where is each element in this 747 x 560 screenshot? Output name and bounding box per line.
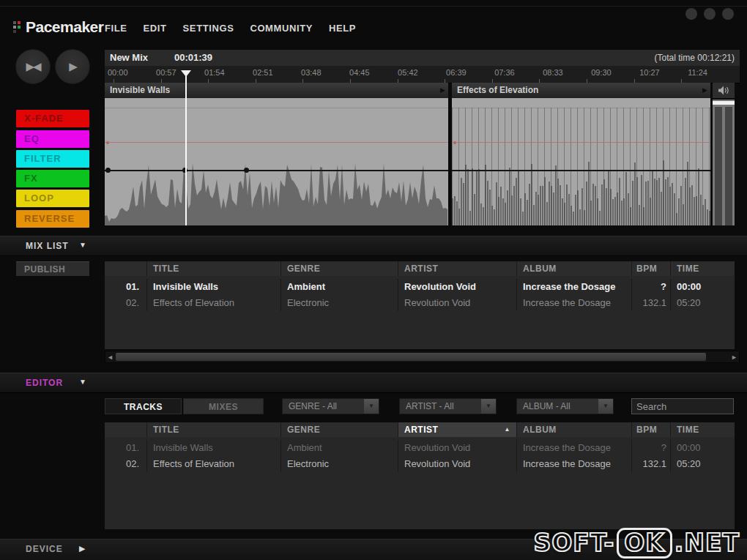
mute-button[interactable] bbox=[713, 83, 735, 98]
filter-button[interactable]: FILTER bbox=[16, 150, 89, 168]
scroll-right-icon[interactable]: ► bbox=[730, 353, 738, 361]
play-button[interactable]: ▶ bbox=[55, 49, 90, 84]
ruler-labels: 00:00 00:57 01:54 02:51 03:48 04:45 05:4… bbox=[108, 68, 707, 77]
mix-list-section-header[interactable]: MIX LIST ▼ bbox=[0, 236, 747, 256]
tick-label: 05:42 bbox=[398, 68, 418, 77]
track-segment-effects-of-elevation[interactable]: Effects of Elevation ▶ bbox=[452, 83, 710, 98]
collapse-icon[interactable]: ▼ bbox=[79, 241, 86, 249]
tick-label: 09:30 bbox=[591, 68, 612, 77]
col-genre[interactable]: GENRE bbox=[280, 422, 398, 437]
menu-bar: FILE EDIT SETTINGS COMMUNITY HELP bbox=[105, 23, 356, 34]
mix-list-scrollbar[interactable]: ◄ ► bbox=[105, 351, 740, 363]
eq-automation-line-track1[interactable] bbox=[105, 142, 448, 143]
app-logo: Pacemaker bbox=[13, 18, 103, 37]
editor-row-2[interactable]: 02.Effects of ElevationElectronicRevolut… bbox=[105, 456, 735, 472]
automation-point[interactable] bbox=[453, 141, 456, 144]
watermark-suffix: .NET bbox=[674, 529, 740, 557]
chevron-down-icon[interactable]: ▼ bbox=[481, 399, 496, 414]
track-expand-icon[interactable]: ▶ bbox=[702, 86, 707, 94]
watermark-prefix: SOFT- bbox=[533, 529, 614, 557]
publish-button[interactable]: PUBLISH bbox=[16, 261, 89, 276]
tick-label: 08:33 bbox=[543, 68, 563, 77]
track-expand-icon[interactable]: ▶ bbox=[440, 86, 445, 94]
col-time: TIME bbox=[670, 261, 735, 276]
fx-button[interactable]: FX bbox=[16, 170, 89, 187]
tab-tracks[interactable]: TRACKS bbox=[105, 398, 182, 414]
skip-icon: ▶◀ bbox=[26, 60, 40, 73]
col-artist-label: ARTIST bbox=[404, 425, 438, 435]
tick-label: 03:48 bbox=[301, 68, 322, 77]
window-button-3[interactable] bbox=[722, 8, 734, 20]
sort-ascending-icon: ▲ bbox=[505, 422, 510, 437]
track-segment-invisible-walls[interactable]: Invisible Walls ▶ bbox=[105, 83, 448, 98]
menu-help[interactable]: HELP bbox=[329, 23, 356, 34]
col-num bbox=[105, 261, 146, 276]
tick-label: 06:39 bbox=[446, 68, 467, 77]
col-artist-sorted[interactable]: ARTIST▲ bbox=[398, 422, 516, 437]
app-title: Pacemaker bbox=[26, 18, 103, 36]
menu-edit[interactable]: EDIT bbox=[144, 23, 167, 34]
menu-settings[interactable]: SETTINGS bbox=[183, 23, 234, 34]
eq-automation-line-track2[interactable] bbox=[452, 142, 710, 143]
playhead-line[interactable] bbox=[185, 76, 187, 225]
mix-list-table-body: 01.Invisible WallsAmbientRevolution Void… bbox=[105, 276, 735, 349]
mix-row-1[interactable]: 01.Invisible WallsAmbientRevolution Void… bbox=[105, 279, 735, 295]
play-icon: ▶ bbox=[69, 60, 76, 73]
beat-grid-track2 bbox=[452, 108, 710, 225]
scrollbar-thumb[interactable] bbox=[116, 353, 706, 361]
editor-row-1[interactable]: 01.Invisible WallsAmbientRevolution Void… bbox=[105, 440, 735, 456]
eq-button[interactable]: EQ bbox=[16, 130, 89, 148]
mix-row-2[interactable]: 02.Effects of ElevationElectronicRevolut… bbox=[105, 295, 735, 311]
expand-icon[interactable]: ▶ bbox=[79, 544, 85, 553]
genre-filter-dropdown[interactable]: GENRE - All ▼ bbox=[282, 398, 379, 414]
volume-slider-handle[interactable] bbox=[713, 101, 735, 105]
artist-filter-dropdown[interactable]: ARTIST - All ▼ bbox=[399, 398, 497, 414]
tick-label: 01:54 bbox=[204, 68, 225, 77]
watermark-ok-box: OK bbox=[617, 528, 672, 559]
current-time: 00:01:39 bbox=[174, 52, 212, 63]
menu-community[interactable]: COMMUNITY bbox=[250, 23, 313, 34]
xfade-button[interactable]: X-FADE bbox=[16, 110, 89, 127]
volume-envelope-track1[interactable] bbox=[105, 170, 448, 171]
tick-label: 00:57 bbox=[156, 68, 176, 77]
col-artist: ARTIST bbox=[398, 261, 516, 276]
col-bpm[interactable]: BPM bbox=[631, 422, 670, 437]
tab-mixes[interactable]: MIXES bbox=[183, 398, 264, 414]
col-time[interactable]: TIME bbox=[670, 422, 735, 437]
envelope-point[interactable] bbox=[105, 168, 111, 173]
total-time: (Total time 00:12:21) bbox=[655, 53, 735, 63]
col-title[interactable]: TITLE bbox=[146, 422, 280, 437]
tick-label: 07:36 bbox=[494, 68, 515, 77]
tick-label: 00:00 bbox=[108, 68, 128, 77]
window-button-2[interactable] bbox=[704, 8, 716, 20]
pacemaker-window: Pacemaker FILE EDIT SETTINGS COMMUNITY H… bbox=[0, 0, 747, 560]
reverse-button[interactable]: REVERSE bbox=[16, 210, 89, 228]
editor-section-header[interactable]: EDITOR ▼ bbox=[0, 373, 747, 393]
collapse-icon[interactable]: ▼ bbox=[79, 378, 86, 386]
loop-button[interactable]: LOOP bbox=[16, 190, 89, 207]
chevron-down-icon[interactable]: ▼ bbox=[364, 399, 379, 414]
scroll-left-icon[interactable]: ◄ bbox=[106, 353, 114, 361]
album-filter-value: ALBUM - All bbox=[523, 399, 571, 414]
volume-slider-track bbox=[715, 107, 722, 225]
genre-filter-value: GENRE - All bbox=[289, 399, 337, 414]
waveform-track1 bbox=[105, 97, 448, 225]
soft-ok-watermark: SOFT-OK.NET bbox=[533, 528, 740, 559]
volume-envelope-track2[interactable] bbox=[452, 170, 710, 171]
col-title: TITLE bbox=[146, 261, 280, 276]
time-ruler[interactable]: 00:00 00:57 01:54 02:51 03:48 04:45 05:4… bbox=[105, 66, 740, 83]
window-button-1[interactable] bbox=[685, 8, 697, 20]
album-filter-dropdown[interactable]: ALBUM - All ▼ bbox=[516, 398, 614, 414]
envelope-point[interactable] bbox=[244, 168, 249, 173]
search-input[interactable] bbox=[631, 398, 734, 414]
col-bpm: BPM bbox=[631, 261, 670, 276]
col-album[interactable]: ALBUM bbox=[516, 422, 631, 437]
editor-title: EDITOR bbox=[26, 378, 63, 388]
volume-slider[interactable] bbox=[713, 100, 735, 225]
speaker-icon bbox=[718, 86, 729, 95]
automation-point[interactable] bbox=[106, 141, 109, 144]
col-album: ALBUM bbox=[516, 261, 631, 276]
chevron-down-icon[interactable]: ▼ bbox=[598, 399, 613, 414]
skip-button[interactable]: ▶◀ bbox=[15, 49, 51, 84]
menu-file[interactable]: FILE bbox=[105, 23, 127, 34]
